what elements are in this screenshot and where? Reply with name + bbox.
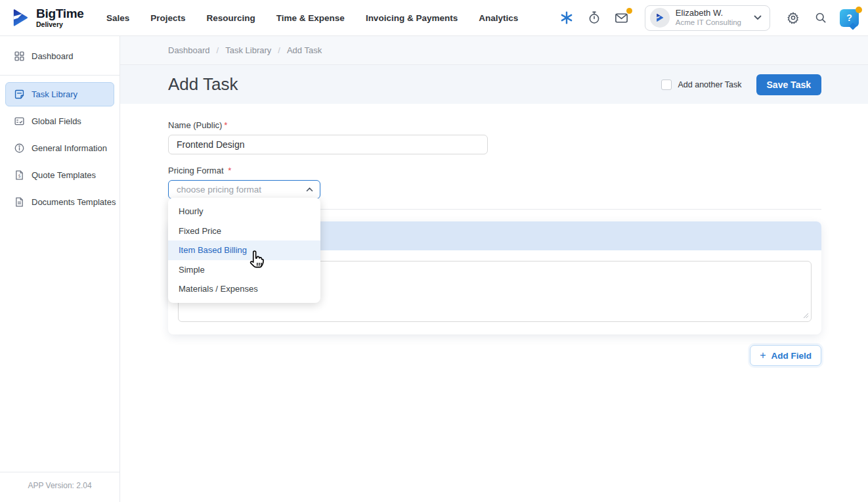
user-company: Acme IT Consulting [676,18,741,28]
required-asterisk: * [228,166,231,175]
nav-time-expense[interactable]: Time & Expense [276,13,345,23]
brand-subtitle: Delivery [36,21,84,28]
breadcrumb: Dashboard / Task Library / Add Task [168,45,322,55]
nav-sales[interactable]: Sales [106,13,129,23]
mail-notification-dot [626,8,632,14]
name-label-text: Name (Public) [168,120,222,130]
topbar-right-cluster: Elizabeth W. Acme IT Consulting ? [558,5,859,31]
breadcrumb-separator: / [217,45,219,55]
sidebar-item-task-library[interactable]: Task Library [5,82,114,106]
pricing-format-select[interactable]: choose pricing format [168,180,320,199]
sidebar: Dashboard Task Library [0,36,120,502]
sidebar-item-label: Task Library [32,89,77,99]
help-notification-dot [856,7,862,13]
sidebar-item-label: Quote Templates [32,170,96,180]
snowflake-icon[interactable] [558,9,575,26]
doc-dollar-icon: $ [14,170,25,181]
pricing-format-label: Pricing Format * [168,166,821,175]
breadcrumb-add-task[interactable]: Add Task [287,45,322,55]
bigtime-triangle-icon [9,7,32,29]
nav-invoicing-payments[interactable]: Invoicing & Payments [366,13,458,23]
top-navigation-bar: BigTime Delivery Sales Projects Resourci… [0,0,868,36]
sidebar-item-global-fields[interactable]: Global Fields [5,109,114,133]
sidebar-divider [0,75,119,76]
pricing-format-placeholder: choose pricing format [177,185,306,194]
grid-icon [14,51,25,62]
user-meta: Elizabeth W. Acme IT Consulting [676,8,741,27]
add-another-task-checkbox-row[interactable]: Add another Task [661,80,741,90]
task-note-icon [14,89,25,100]
sidebar-item-dashboard[interactable]: Dashboard [5,44,114,68]
brand-text: BigTime Delivery [36,7,84,28]
name-input[interactable] [168,135,488,154]
app-window: BigTime Delivery Sales Projects Resourci… [0,0,868,502]
add-another-task-label: Add another Task [678,80,741,89]
page-header: Add Task Add another Task Save Task [120,65,868,104]
dropdown-option-materials-expenses[interactable]: Materials / Expenses [168,279,320,299]
chevron-up-icon [306,187,313,192]
search-icon[interactable] [812,9,829,26]
dropdown-option-hourly[interactable]: Hourly [168,202,320,221]
dropdown-option-fixed-price[interactable]: Fixed Price [168,221,320,241]
info-circle-icon [14,143,25,154]
page-title: Add Task [168,74,238,95]
sidebar-item-quote-templates[interactable]: $ Quote Templates [5,163,114,187]
sidebar-item-label: Dashboard [32,51,74,61]
help-question-mark: ? [846,12,852,23]
breadcrumb-band: Dashboard / Task Library / Add Task [120,36,868,65]
page-header-actions: Add another Task Save Task [661,74,821,95]
gear-icon[interactable] [785,9,802,26]
nav-resourcing[interactable]: Resourcing [207,13,255,23]
main-content: Dashboard / Task Library / Add Task Add … [120,36,868,502]
user-name: Elizabeth W. [676,8,741,18]
add-another-task-checkbox[interactable] [661,80,672,90]
sidebar-item-general-information[interactable]: General Information [5,136,114,160]
resize-grip-icon[interactable] [803,313,809,319]
pricing-label-text: Pricing Format [168,166,224,175]
mail-icon[interactable] [613,9,630,26]
pricing-format-dropdown: Hourly Fixed Price Item Based Billing Si… [168,198,320,303]
nav-projects[interactable]: Projects [150,13,185,23]
user-menu[interactable]: Elizabeth W. Acme IT Consulting [645,5,770,31]
primary-nav: Sales Projects Resourcing Time & Expense… [106,13,518,23]
breadcrumb-dashboard[interactable]: Dashboard [168,45,210,55]
brand-logo[interactable]: BigTime Delivery [9,7,87,29]
add-field-button[interactable]: + Add Field [750,345,821,366]
form-check-icon [14,116,25,127]
nav-analytics[interactable]: Analytics [479,13,518,23]
chevron-down-icon [747,15,762,20]
timer-icon[interactable] [586,9,603,26]
name-field-label: Name (Public)* [168,120,821,130]
required-asterisk: * [224,120,227,130]
doc-icon [14,196,25,208]
dropdown-option-item-based-billing[interactable]: Item Based Billing [168,240,320,260]
plus-icon: + [760,350,766,361]
sidebar-item-label: Documents Templates [32,197,116,207]
save-task-button[interactable]: Save Task [756,74,821,95]
app-version: APP Version: 2.04 [0,472,119,502]
add-field-label: Add Field [771,351,812,361]
sidebar-item-label: General Information [32,143,107,153]
avatar [650,8,670,28]
svg-text:$: $ [18,173,20,179]
sidebar-item-label: Global Fields [32,116,81,126]
sidebar-item-documents-templates[interactable]: Documents Templates [5,190,114,214]
breadcrumb-task-library[interactable]: Task Library [225,45,271,55]
brand-name: BigTime [36,7,84,20]
help-icon[interactable]: ? [840,9,859,27]
dropdown-option-simple[interactable]: Simple [168,260,320,280]
breadcrumb-separator: / [278,45,280,55]
add-field-row: + Add Field [168,345,821,366]
